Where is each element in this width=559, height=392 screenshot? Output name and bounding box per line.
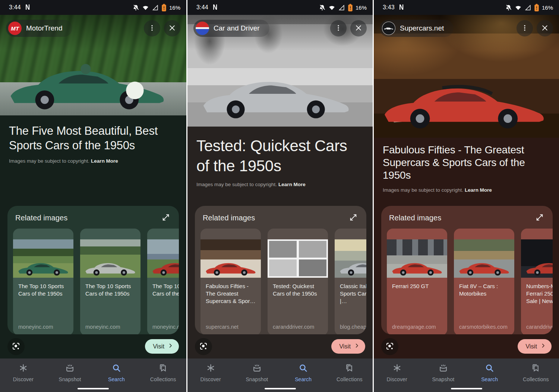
- thumbnail-title: The Top 10 Sports Cars of the 1950s: [18, 283, 68, 297]
- nav-tab-discover[interactable]: Discover: [374, 363, 420, 382]
- collections-bookmark-icon: [158, 363, 168, 374]
- google-lens-icon: [199, 342, 208, 352]
- silver-coupe-illustration: [199, 71, 354, 121]
- expand-icon: [162, 213, 170, 223]
- related-image-item[interactable]: The Top 10 Sports Cars of the 1950smoney…: [80, 229, 140, 334]
- image-title: Fabulous Fifties - The Greatest Supercar…: [383, 138, 550, 182]
- more-options-icon: [521, 24, 528, 33]
- thumbnail-domain: dreamgarage.com: [392, 324, 442, 330]
- phone-screen-supercars: 3:43 N 16% Supercars.net: [373, 0, 559, 392]
- nav-tab-collections[interactable]: Collections: [513, 363, 559, 382]
- hero-image[interactable]: MT MotorTrend: [0, 15, 186, 115]
- clock: 3:43: [383, 4, 395, 11]
- home-indicator[interactable]: [451, 388, 482, 389]
- more-options-button[interactable]: [144, 20, 160, 36]
- thumbnail-domain: supercars.net: [206, 324, 256, 330]
- netflix-n-icon: N: [25, 3, 30, 12]
- home-indicator[interactable]: [265, 388, 296, 389]
- related-images-heading: Related images: [389, 214, 441, 222]
- related-image-item[interactable]: Classic Italian Sports Cars Love |…blog.…: [335, 229, 366, 334]
- wifi-icon: [515, 4, 522, 11]
- related-image-item[interactable]: Numbers-Matching Ferrari 250 For Sale | …: [521, 229, 553, 334]
- thumbnail-title: Fiat 8V – Cars : Motorbikes: [459, 283, 509, 297]
- more-options-button[interactable]: [517, 20, 533, 36]
- thumbnail-domain: moneyinc.com: [85, 324, 135, 330]
- hero-image[interactable]: Car and Driver: [187, 15, 373, 127]
- more-options-button[interactable]: [330, 20, 347, 36]
- search-magnifier-icon: [485, 363, 494, 374]
- bottom-nav: Discover Snapshot Search Collections: [187, 358, 373, 392]
- learn-more-link[interactable]: Learn More: [278, 182, 306, 187]
- nav-tab-snapshot[interactable]: Snapshot: [47, 363, 93, 382]
- expand-button[interactable]: [534, 212, 545, 224]
- visit-button[interactable]: Visit: [145, 339, 179, 354]
- close-button[interactable]: [350, 20, 367, 36]
- red-coupe-illustration: [379, 77, 550, 132]
- google-lens-icon: [12, 342, 20, 352]
- expand-button[interactable]: [348, 212, 359, 224]
- wifi-icon: [142, 4, 149, 11]
- close-button[interactable]: [537, 20, 553, 36]
- related-image-item[interactable]: The Top 10 Sports Cars of the 1950smoney…: [147, 229, 179, 334]
- notifications-off-icon: [132, 4, 139, 11]
- nav-tab-discover[interactable]: Discover: [0, 363, 47, 382]
- related-images-heading: Related images: [203, 214, 255, 222]
- source-chip[interactable]: Supercars.net: [380, 20, 454, 37]
- car-and-driver-logo-icon: [196, 22, 209, 35]
- nav-tab-search[interactable]: Search: [93, 363, 140, 382]
- nav-tab-snapshot[interactable]: Snapshot: [234, 363, 280, 382]
- google-lens-button[interactable]: [195, 338, 212, 355]
- nav-tab-discover[interactable]: Discover: [187, 363, 234, 382]
- battery-low-icon: [161, 4, 167, 12]
- thumbnail-image: [387, 239, 447, 278]
- visit-label: Visit: [525, 343, 537, 350]
- related-image-item[interactable]: Fabulous Fifties - The Greatest Supercar…: [200, 229, 261, 334]
- google-lens-button[interactable]: [381, 338, 398, 355]
- nav-tab-collections[interactable]: Collections: [326, 363, 373, 382]
- thumbnail-image-collage: [268, 239, 328, 278]
- snapshot-inbox-icon: [252, 363, 262, 374]
- image-title: Tested: Quickest Cars of the 1950s: [196, 127, 364, 176]
- nav-tab-collections[interactable]: Collections: [140, 363, 186, 382]
- cell-signal-icon: [152, 4, 159, 11]
- bottom-nav: Discover Snapshot Search Collections: [374, 358, 559, 392]
- visit-button[interactable]: Visit: [518, 339, 552, 354]
- nav-tab-snapshot[interactable]: Snapshot: [420, 363, 466, 382]
- copyright-text: Images may be subject to copyright.: [9, 158, 89, 164]
- close-icon: [541, 24, 549, 33]
- wifi-icon: [328, 4, 335, 11]
- nav-tab-search[interactable]: Search: [280, 363, 326, 382]
- source-chip[interactable]: Car and Driver: [193, 20, 269, 37]
- nav-tab-search[interactable]: Search: [467, 363, 513, 382]
- chevron-right-icon: [168, 343, 173, 350]
- hero-image[interactable]: Supercars.net: [374, 15, 559, 138]
- clock: 3:44: [9, 4, 21, 11]
- thumbnail-image: [454, 239, 514, 278]
- green-roadster-illustration: [6, 60, 170, 112]
- screenshot-collage: 3:44 N 16% MT MotorTrend: [0, 0, 559, 392]
- google-lens-button[interactable]: [7, 338, 25, 355]
- source-chip[interactable]: MT MotorTrend: [6, 20, 72, 37]
- related-image-item[interactable]: Ferrari 250 GTdreamgarage.com: [387, 229, 447, 334]
- learn-more-link[interactable]: Learn More: [465, 187, 492, 193]
- visit-label: Visit: [153, 343, 164, 350]
- visit-button[interactable]: Visit: [331, 339, 365, 354]
- close-button[interactable]: [164, 20, 180, 36]
- related-thumbnails-row: Fabulous Fifties - The Greatest Supercar…: [195, 229, 366, 334]
- related-image-item[interactable]: The Top 10 Sports Cars of the 1950smoney…: [13, 229, 73, 334]
- related-image-item[interactable]: Tested: Quickest Cars of the 1950scarand…: [268, 229, 328, 334]
- thumbnail-image: [80, 239, 140, 278]
- thumbnail-image: [335, 239, 366, 278]
- clock: 3:44: [196, 4, 208, 11]
- phone-screen-motortrend: 3:44 N 16% MT MotorTrend: [0, 0, 186, 392]
- cell-signal-icon: [338, 4, 345, 11]
- learn-more-link[interactable]: Learn More: [91, 158, 118, 164]
- notifications-off-icon: [319, 4, 326, 11]
- more-options-icon: [335, 24, 342, 33]
- expand-button[interactable]: [160, 212, 171, 224]
- chevron-right-icon: [354, 343, 360, 350]
- discover-asterisk-icon: [206, 363, 215, 374]
- thumbnail-domain: moneyinc.com: [152, 324, 179, 330]
- related-image-item[interactable]: Fiat 8V – Cars : Motorbikescarsmotorbike…: [454, 229, 514, 334]
- home-indicator[interactable]: [78, 388, 109, 389]
